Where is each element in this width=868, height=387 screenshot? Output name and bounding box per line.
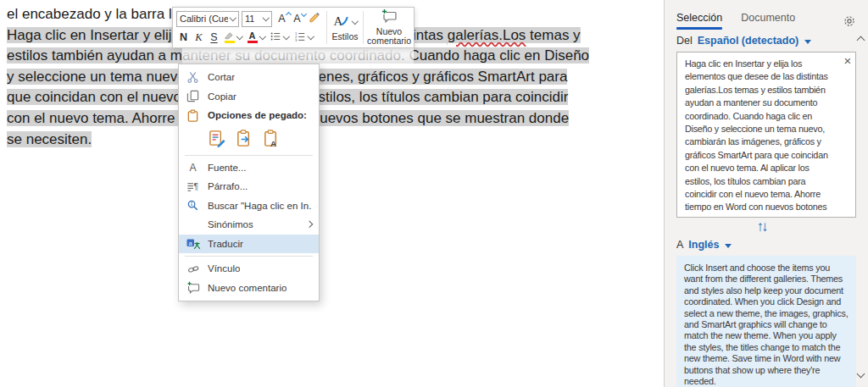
source-text-box[interactable]: × Haga clic en Insertar y elija los elem… [676, 52, 856, 218]
target-text: Click Insert and choose the items you wa… [684, 263, 848, 386]
shrink-font-button[interactable]: A [292, 10, 306, 27]
paste-keep-source-formatting-icon[interactable] [208, 129, 227, 148]
italic-button[interactable]: K [192, 29, 206, 46]
swap-languages-icon[interactable]: ↑↓ [665, 218, 858, 235]
mini-toolbar: Calibri (Cuerpo 11 A A N K S [172, 7, 415, 48]
menu-item-label: Cortar [208, 72, 235, 82]
menu-item-sinonimos[interactable]: Sinónimos [179, 215, 319, 235]
to-label: A [676, 239, 683, 251]
new-comment-icon [381, 8, 398, 25]
paste-options-row: A [179, 125, 319, 152]
menu-item-traducir[interactable]: aTraducir [179, 235, 319, 254]
tab-seleccion[interactable]: Selección [676, 12, 722, 30]
tab-documento[interactable]: Documento [741, 12, 795, 30]
menu-item-copiar[interactable]: Copiar [179, 87, 319, 107]
highlighter-button[interactable] [222, 29, 245, 46]
bullets-button[interactable] [268, 29, 292, 46]
chevron-right-icon [305, 220, 312, 227]
menu-item-label: Copiar [208, 91, 236, 102]
menu-item-nuevo-comentario[interactable]: Nuevo comentario [179, 279, 319, 298]
gear-icon[interactable] [843, 14, 856, 28]
to-language-dropdown[interactable]: Inglés [688, 239, 719, 251]
menu-item-vinculo[interactable]: Vínculo [179, 259, 319, 279]
caret-down-icon [725, 244, 732, 248]
paragraph-icon: ¶ [186, 180, 200, 193]
underline-button[interactable]: S [207, 29, 221, 46]
search-icon [186, 199, 200, 213]
comment-icon [186, 281, 200, 295]
copy-icon [186, 90, 200, 103]
format-painter-icon [309, 11, 321, 26]
font-name-value: Calibri (Cuerpo [180, 14, 228, 24]
grow-font-button[interactable]: A [276, 10, 291, 27]
menu-item-label: Opciones de pegado: [208, 110, 307, 120]
menu-item-label: Vínculo [208, 263, 240, 274]
styles-icon: A [331, 14, 350, 30]
menu-item-label: Párrafo... [208, 181, 248, 191]
menu-item-label: Nuevo comentario [208, 283, 287, 293]
source-text: Haga clic en Insertar y elija los elemen… [685, 58, 830, 218]
menu-item-label: Traducir [208, 239, 243, 249]
chevron-down-icon [352, 18, 359, 25]
translate-icon: a [186, 237, 200, 251]
clipboard-icon [186, 108, 200, 122]
paste-merge-formatting-icon[interactable] [235, 129, 254, 148]
bold-button[interactable]: N [176, 29, 191, 46]
menu-item-opciones-de-pegado[interactable]: Opciones de pegado: [179, 106, 319, 125]
font-color-button[interactable]: A [246, 29, 268, 46]
spellcheck-squiggly: galerías.Los [448, 27, 526, 43]
menu-separator [185, 155, 313, 156]
svg-text:¶: ¶ [193, 182, 198, 191]
highlighter-icon [224, 31, 235, 43]
from-language-dropdown[interactable]: Español (detectado) [698, 35, 798, 47]
new-comment-button[interactable]: Nuevo comentario [364, 8, 414, 47]
caret-down-icon [804, 40, 811, 44]
menu-item-label: Buscar "Haga clic en In..." [208, 201, 312, 211]
font-color-icon: A [248, 31, 258, 43]
font-size-value: 11 [245, 14, 254, 24]
menu-item-label: Fuente... [208, 163, 246, 173]
chevron-down-icon [307, 33, 314, 40]
menu-item-label: Sinónimos [208, 219, 253, 229]
target-text-box: Click Insert and choose the items you wa… [676, 256, 856, 387]
clear-icon[interactable]: × [843, 54, 851, 67]
chevron-down-icon [236, 33, 243, 40]
from-label: Del [676, 35, 693, 47]
svg-text:A: A [189, 162, 197, 174]
link-icon [186, 262, 200, 275]
menu-item-parrafo[interactable]: ¶Párrafo... [179, 177, 319, 196]
format-painter-button[interactable] [307, 10, 323, 27]
context-menu: CortarCopiarOpciones de pegado:AAFuente.… [178, 64, 320, 301]
svg-text:A: A [334, 14, 343, 28]
numbering-icon: 123 [294, 30, 306, 45]
scissors-icon [186, 70, 200, 84]
bullets-icon [270, 30, 281, 45]
translator-pane: Selección Documento Del Español (detecta… [664, 0, 868, 387]
font-size-combo[interactable]: 11 [242, 11, 272, 27]
menu-item-buscar[interactable]: Buscar "Haga clic en In..." [179, 196, 319, 216]
styles-button[interactable]: A Estilos [328, 8, 362, 47]
chevron-down-icon [283, 33, 290, 40]
paste-keep-text-only-icon[interactable]: A [262, 129, 281, 148]
chevron-down-icon [262, 14, 269, 21]
chevron-down-icon [259, 33, 265, 40]
menu-item-cortar[interactable]: Cortar [179, 68, 319, 87]
svg-text:3: 3 [294, 38, 297, 42]
menu-separator [185, 256, 313, 257]
font-icon: A [186, 161, 200, 174]
numbering-button[interactable]: 123 [292, 29, 316, 46]
scroll-down-icon[interactable] [857, 370, 865, 379]
font-name-combo[interactable]: Calibri (Cuerpo [176, 11, 239, 27]
svg-text:A: A [270, 139, 276, 148]
pane-scrollbar[interactable] [854, 30, 867, 387]
menu-item-fuente[interactable]: AFuente... [179, 158, 319, 178]
chevron-down-icon [229, 14, 236, 21]
scroll-up-icon[interactable] [857, 36, 865, 45]
